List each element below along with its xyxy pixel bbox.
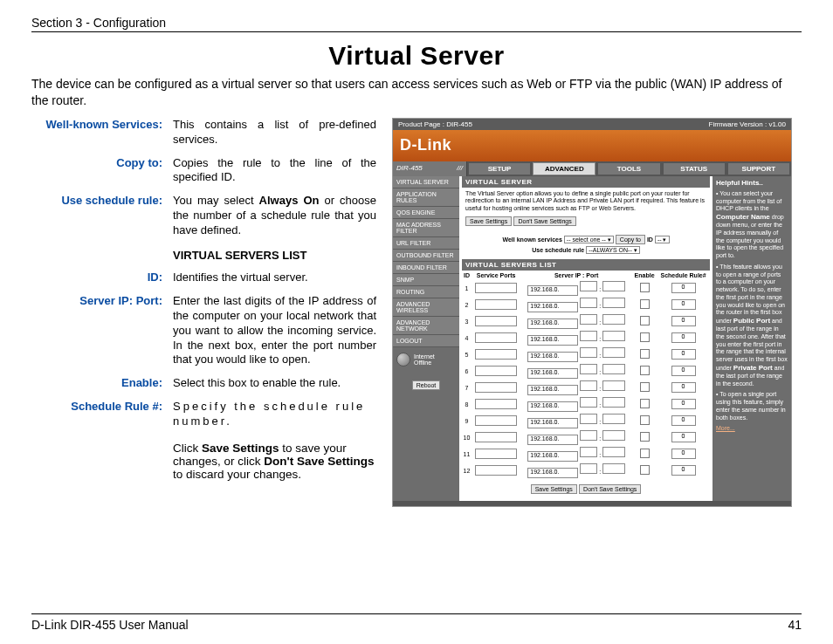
service-port-input[interactable] bbox=[475, 332, 517, 343]
schedule-rule-input[interactable]: 0 bbox=[671, 283, 696, 293]
enable-checkbox[interactable] bbox=[640, 332, 650, 342]
enable-checkbox[interactable] bbox=[640, 316, 650, 325]
enable-checkbox[interactable] bbox=[640, 382, 650, 392]
port-input[interactable] bbox=[602, 314, 625, 325]
nav-item[interactable]: APPLICATION RULES bbox=[393, 188, 459, 207]
service-port-input[interactable] bbox=[475, 283, 517, 293]
server-ip-input[interactable]: 192.168.0. bbox=[527, 435, 578, 445]
ip-last-input[interactable] bbox=[580, 331, 597, 341]
server-ip-input[interactable]: 192.168.0. bbox=[527, 368, 578, 379]
service-port-input[interactable] bbox=[475, 366, 517, 376]
schedule-rule-input[interactable]: 0 bbox=[671, 449, 696, 459]
tab-support[interactable]: SUPPORT bbox=[727, 162, 790, 175]
server-ip-input[interactable]: 192.168.0. bbox=[527, 385, 578, 395]
port-input[interactable] bbox=[602, 331, 625, 341]
enable-checkbox[interactable] bbox=[640, 299, 650, 309]
nav-item[interactable]: OUTBOUND FILTER bbox=[393, 250, 459, 262]
dont-save-button[interactable]: Don't Save Settings bbox=[513, 216, 575, 226]
schedule-rule-input[interactable]: 0 bbox=[671, 432, 696, 442]
port-input[interactable] bbox=[602, 347, 625, 358]
ip-last-input[interactable] bbox=[580, 314, 597, 325]
ip-last-input[interactable] bbox=[580, 463, 597, 474]
port-input[interactable] bbox=[602, 430, 625, 441]
nav-item[interactable]: QOS ENGINE bbox=[393, 207, 459, 219]
schedule-select[interactable]: --ALWAYS ON-- ▾ bbox=[586, 246, 640, 254]
well-known-select[interactable]: -- select one -- ▾ bbox=[564, 236, 614, 243]
nav-item[interactable]: LOGOUT bbox=[393, 335, 459, 347]
ip-last-input[interactable] bbox=[580, 430, 597, 441]
server-ip-input[interactable]: 192.168.0. bbox=[527, 451, 578, 462]
nav-item[interactable]: ADVANCED WIRELESS bbox=[393, 298, 459, 317]
ip-last-input[interactable] bbox=[580, 298, 597, 308]
nav-item[interactable]: ADVANCED NETWORK bbox=[393, 317, 459, 335]
id-select[interactable]: -- ▾ bbox=[655, 236, 670, 243]
ip-last-input[interactable] bbox=[580, 397, 597, 408]
server-ip-input[interactable]: 192.168.0. bbox=[527, 352, 578, 362]
ip-last-input[interactable] bbox=[580, 364, 597, 374]
schedule-rule-input[interactable]: 0 bbox=[671, 399, 696, 409]
server-ip-input[interactable]: 192.168.0. bbox=[527, 335, 578, 346]
server-ip-input[interactable]: 192.168.0. bbox=[527, 285, 578, 296]
ip-last-input[interactable] bbox=[580, 414, 597, 424]
enable-checkbox[interactable] bbox=[640, 283, 650, 292]
enable-checkbox[interactable] bbox=[640, 449, 650, 458]
port-input[interactable] bbox=[602, 364, 625, 374]
save-settings-button[interactable]: Save Settings bbox=[465, 216, 512, 226]
port-input[interactable] bbox=[602, 380, 625, 391]
tab-tools[interactable]: TOOLS bbox=[597, 162, 660, 175]
tab-setup[interactable]: SETUP bbox=[468, 162, 531, 175]
service-port-input[interactable] bbox=[475, 465, 517, 476]
nav-item[interactable]: URL FILTER bbox=[393, 237, 459, 250]
enable-checkbox[interactable] bbox=[640, 432, 650, 442]
schedule-rule-input[interactable]: 0 bbox=[671, 366, 696, 376]
tab-status[interactable]: STATUS bbox=[663, 162, 726, 175]
service-port-input[interactable] bbox=[475, 399, 517, 409]
port-input[interactable] bbox=[602, 281, 625, 291]
port-input[interactable] bbox=[602, 447, 625, 457]
service-port-input[interactable] bbox=[475, 415, 517, 426]
schedule-rule-input[interactable]: 0 bbox=[671, 382, 696, 393]
reboot-button[interactable]: Reboot bbox=[412, 380, 441, 390]
enable-checkbox[interactable] bbox=[640, 366, 650, 375]
nav-item[interactable]: MAC ADDRESS FILTER bbox=[393, 219, 459, 237]
ip-last-input[interactable] bbox=[580, 347, 597, 358]
server-ip-input[interactable]: 192.168.0. bbox=[527, 401, 578, 412]
tab-advanced[interactable]: ADVANCED bbox=[533, 162, 595, 175]
enable-checkbox[interactable] bbox=[640, 415, 650, 425]
schedule-rule-input[interactable]: 0 bbox=[671, 299, 696, 310]
service-port-input[interactable] bbox=[475, 449, 517, 459]
server-ip-input[interactable]: 192.168.0. bbox=[527, 468, 578, 478]
enable-checkbox[interactable] bbox=[640, 465, 650, 475]
copy-to-button[interactable]: Copy to bbox=[616, 235, 645, 244]
nav-item[interactable]: INBOUND FILTER bbox=[393, 262, 459, 274]
more-link[interactable]: More... bbox=[716, 425, 735, 431]
nav-item[interactable]: SNMP bbox=[393, 274, 459, 286]
ip-last-input[interactable] bbox=[580, 281, 597, 291]
ip-last-input[interactable] bbox=[580, 447, 597, 457]
server-ip-input[interactable]: 192.168.0. bbox=[527, 319, 578, 329]
schedule-rule-input[interactable]: 0 bbox=[671, 465, 696, 476]
service-port-input[interactable] bbox=[475, 432, 517, 442]
port-input[interactable] bbox=[602, 298, 625, 308]
nav-item[interactable]: VIRTUAL SERVER bbox=[393, 176, 459, 188]
schedule-rule-input[interactable]: 0 bbox=[671, 332, 696, 343]
save-settings-button-2[interactable]: Save Settings bbox=[531, 484, 577, 494]
schedule-rule-input[interactable]: 0 bbox=[671, 349, 696, 360]
port-input[interactable] bbox=[602, 397, 625, 408]
port-input[interactable] bbox=[602, 414, 625, 424]
server-ip-input[interactable]: 192.168.0. bbox=[527, 418, 578, 428]
service-port-input[interactable] bbox=[475, 349, 517, 360]
ip-last-input[interactable] bbox=[580, 380, 597, 391]
dont-save-button-2[interactable]: Don't Save Settings bbox=[579, 484, 641, 494]
service-port-input[interactable] bbox=[475, 316, 517, 326]
server-ip-input[interactable]: 192.168.0. bbox=[527, 302, 578, 312]
table-row: 9192.168.0. : 0 bbox=[462, 413, 710, 429]
service-port-input[interactable] bbox=[475, 299, 517, 310]
schedule-rule-input[interactable]: 0 bbox=[671, 415, 696, 426]
enable-checkbox[interactable] bbox=[640, 399, 650, 408]
nav-item[interactable]: ROUTING bbox=[393, 286, 459, 298]
enable-checkbox[interactable] bbox=[640, 349, 650, 359]
schedule-rule-input[interactable]: 0 bbox=[671, 316, 696, 326]
port-input[interactable] bbox=[602, 463, 625, 474]
service-port-input[interactable] bbox=[475, 382, 517, 393]
